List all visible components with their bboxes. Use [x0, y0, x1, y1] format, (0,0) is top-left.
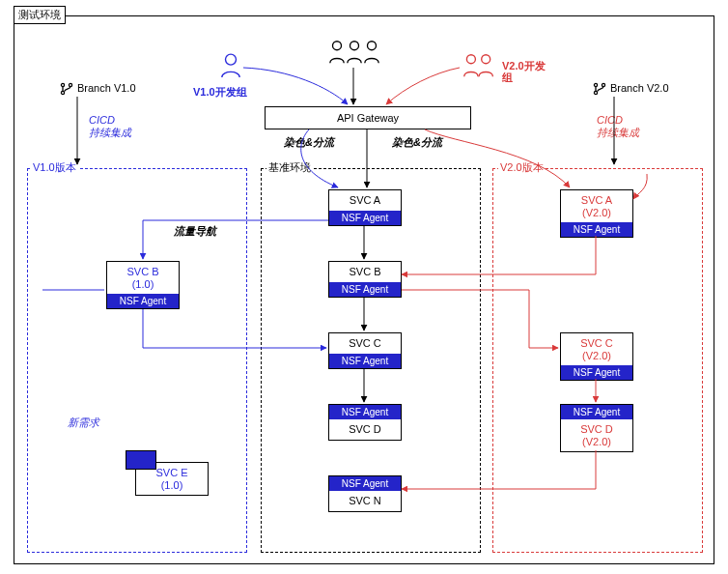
svc-c-v2-node: SVC C (V2.0) NSF Agent — [560, 332, 633, 381]
svc-label: SVC B (1.0) — [107, 262, 179, 294]
svc-b-node: SVC B NSF Agent — [328, 261, 402, 298]
cicd-left-label: CICD 持续集成 — [89, 114, 131, 140]
svc-e-tab — [126, 450, 156, 470]
svc-c-node: SVC C NSF Agent — [328, 332, 402, 369]
svg-point-1 — [333, 42, 342, 50]
nsf-agent-badge: NSF Agent — [329, 405, 401, 419]
people-trio-icon — [328, 39, 380, 66]
dev-v1-label: V1.0开发组 — [193, 85, 247, 100]
svg-point-4 — [466, 55, 475, 64]
new-req-label: 新需求 — [68, 416, 99, 430]
nsf-agent-badge: NSF Agent — [561, 405, 632, 419]
nsf-agent-badge: NSF Agent — [329, 476, 401, 491]
svg-point-10 — [594, 91, 597, 94]
svc-d-node: NSF Agent SVC D — [328, 404, 402, 441]
nsf-agent-badge: NSF Agent — [329, 282, 401, 297]
api-gateway-node: API Gateway — [265, 106, 471, 129]
route-override-label: 流量导航 — [174, 224, 216, 239]
svc-b-v1-node: SVC B (1.0) NSF Agent — [106, 261, 180, 309]
svg-point-7 — [61, 91, 64, 94]
svc-a-node: SVC A NSF Agent — [328, 189, 402, 226]
nsf-agent-badge: NSF Agent — [561, 222, 632, 237]
branch-v1-label: Branch V1.0 — [77, 82, 136, 94]
cicd-right-label: CICD 持续集成 — [597, 114, 639, 140]
dye-left-label: 染色&分流 — [284, 135, 334, 150]
svg-point-6 — [61, 83, 64, 86]
dye-right-label: 染色&分流 — [392, 135, 442, 150]
svc-label: SVC A (V2.0) — [561, 190, 632, 222]
git-branch-icon — [60, 82, 73, 96]
svg-point-0 — [226, 54, 237, 65]
svg-point-11 — [602, 83, 604, 86]
git-branch-icon — [593, 82, 606, 96]
nsf-agent-badge: NSF Agent — [561, 365, 632, 380]
nsf-agent-badge: NSF Agent — [107, 294, 179, 308]
svc-n-node: NSF Agent SVC N — [328, 475, 402, 512]
svc-label: SVC N — [329, 491, 401, 511]
svc-label: SVC C (V2.0) — [561, 333, 632, 365]
svc-label: SVC A — [329, 190, 401, 211]
panel-v1-title: V1.0版本 — [31, 160, 78, 175]
svc-label: SVC B — [329, 262, 401, 282]
svg-point-3 — [368, 42, 377, 50]
person-icon — [220, 52, 241, 79]
svg-point-9 — [594, 83, 597, 86]
nsf-agent-badge: NSF Agent — [329, 211, 401, 225]
svg-point-2 — [350, 42, 359, 50]
svg-point-5 — [482, 55, 490, 64]
branch-v2-label: Branch V2.0 — [610, 82, 669, 94]
svc-d-v2-node: NSF Agent SVC D (V2.0) — [560, 404, 633, 452]
people-pair-icon — [462, 52, 496, 79]
svc-a-v2-node: SVC A (V2.0) NSF Agent — [560, 189, 633, 238]
svc-label: SVC D — [329, 419, 401, 440]
svc-label: SVC C — [329, 333, 401, 354]
diagram-title: 测试环境 — [14, 6, 66, 24]
panel-base-title: 基准环境 — [266, 160, 313, 175]
dev-v2-label: V2.0开发 组 — [502, 60, 546, 83]
svg-point-8 — [69, 83, 71, 86]
nsf-agent-badge: NSF Agent — [329, 354, 401, 368]
svc-label: SVC D (V2.0) — [561, 419, 632, 451]
panel-v2-title: V2.0版本 — [498, 160, 546, 175]
